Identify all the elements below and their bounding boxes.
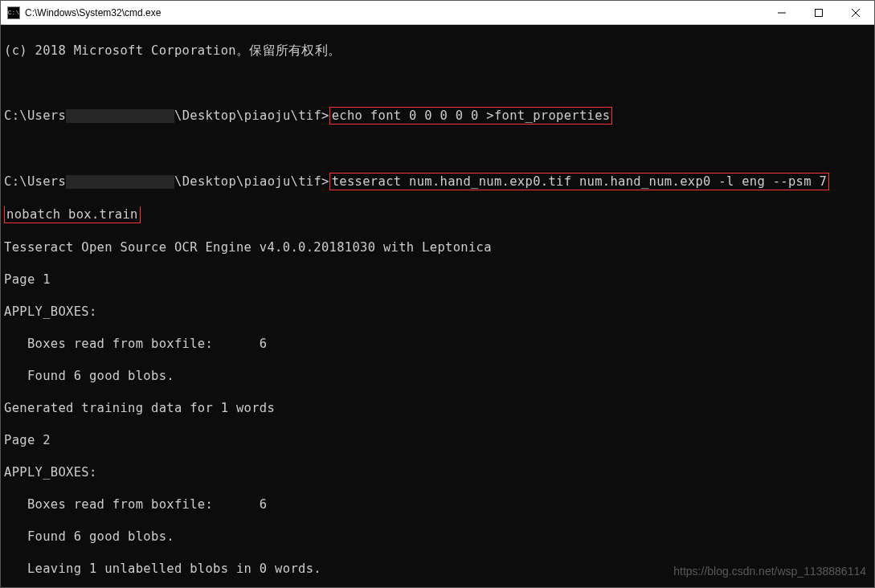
blobs-line: Found 6 good blobs.: [4, 529, 871, 545]
prompt-path: \Desktop\piaoju\tif>: [174, 174, 329, 189]
apply-line: APPLY_BOXES:: [4, 304, 871, 320]
cmd-window: C:\ C:\Windows\System32\cmd.exe (c) 2018…: [0, 0, 875, 588]
cmd-icon: C:\: [7, 6, 20, 19]
page-line: Page 2: [4, 432, 871, 448]
copyright-line: (c) 2018 Microsoft Corporation。保留所有权利。: [4, 43, 871, 59]
boxes-line: Boxes read from boxfile: 6: [4, 496, 871, 512]
page-line: Page 1: [4, 272, 871, 288]
apply-line: APPLY_BOXES:: [4, 464, 871, 480]
prompt: C:\Users: [4, 174, 66, 189]
prompt-path: \Desktop\piaoju\tif>: [174, 108, 329, 123]
command-highlight: echo font 0 0 0 0 0 >font_properties: [329, 107, 613, 125]
redacted-username: [66, 175, 174, 189]
titlebar[interactable]: C:\ C:\Windows\System32\cmd.exe: [1, 1, 874, 25]
minimize-button[interactable]: [763, 1, 800, 24]
svg-rect-1: [816, 9, 823, 16]
command-highlight: nobatch box.train: [4, 206, 141, 223]
window-controls: [763, 1, 874, 24]
boxes-line: Boxes read from boxfile: 6: [4, 336, 871, 352]
maximize-button[interactable]: [800, 1, 837, 24]
engine-line: Tesseract Open Source OCR Engine v4.0.0.…: [4, 239, 871, 255]
gen-line: Generated training data for 1 words: [4, 400, 871, 416]
terminal-output[interactable]: (c) 2018 Microsoft Corporation。保留所有权利。 C…: [1, 25, 874, 587]
blobs-line: Found 6 good blobs.: [4, 368, 871, 384]
redacted-username: [66, 109, 174, 123]
prompt: C:\Users: [4, 108, 66, 123]
close-button[interactable]: [837, 1, 874, 24]
window-title: C:\Windows\System32\cmd.exe: [25, 7, 763, 18]
command-highlight: tesseract num.hand_num.exp0.tif num.hand…: [329, 173, 829, 190]
watermark: https://blog.csdn.net/wsp_1138886114: [673, 563, 866, 579]
